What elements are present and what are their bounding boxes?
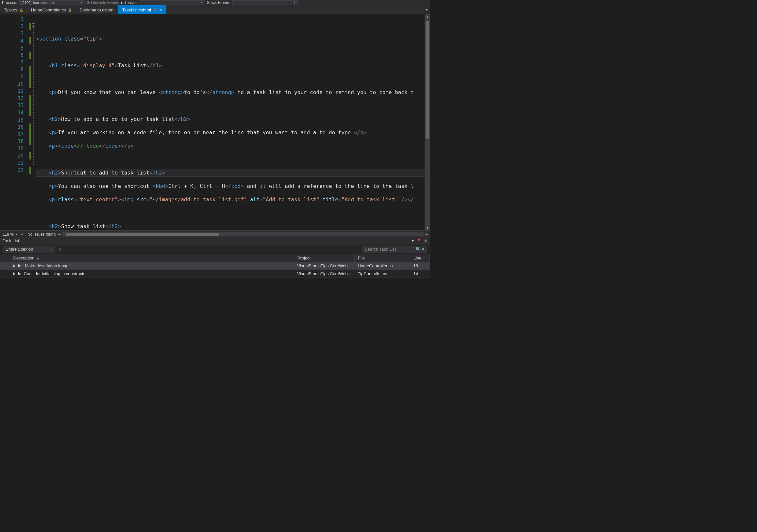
lock-icon: 🔒 (68, 8, 72, 12)
close-icon[interactable]: ✕ (159, 8, 163, 13)
scope-combo[interactable]: Entire Solution ▾ (3, 246, 55, 253)
chevron-down-icon: ▾ (201, 1, 203, 4)
tab-label: TaskList.cshtml (122, 8, 151, 13)
chevron-down-icon: ▾ (16, 233, 17, 236)
process-combo[interactable]: [9100] iisexpress.exe ▾ (19, 0, 85, 5)
tab-label: Bookmarks.cshtml (80, 8, 114, 13)
tab-bookmarks-cshtml[interactable]: Bookmarks.cshtml (76, 5, 118, 14)
search-icon[interactable]: 🔍 ▾ (413, 247, 424, 251)
scrollbar-thumb[interactable] (426, 21, 429, 138)
lifecycle-label: ⟳ Lifecycle Events (87, 0, 119, 5)
chevron-down-icon: ▾ (50, 248, 52, 251)
tab-label: Tips.cs (4, 8, 17, 13)
issues-text: No issues found (27, 232, 56, 237)
process-label: Process: (2, 0, 17, 5)
horizontal-scrollbar[interactable]: ◀ ▶ (62, 232, 424, 237)
cell-file: TipController.cs (355, 270, 410, 278)
col-icon[interactable] (0, 254, 10, 262)
debug-toolbar: Process: [9100] iisexpress.exe ▾ ⟳ Lifec… (0, 0, 430, 5)
chevron-down-icon[interactable]: ▾ (426, 8, 428, 12)
code-editor[interactable]: 12345 678910 1112131415 1617181920 2122 … (0, 15, 430, 231)
fold-column: - (31, 15, 36, 230)
filter-icon[interactable]: ⚲ (58, 247, 61, 252)
table-row[interactable]: todo : Make description longer VisualStu… (0, 262, 430, 270)
col-description[interactable]: Description△ (10, 254, 294, 262)
check-icon: ✔ (20, 232, 24, 237)
cell-file: HomeController.cs (355, 262, 410, 270)
cell-line: 18 (410, 262, 430, 270)
chevron-down-icon: ▾ (294, 1, 295, 4)
tab-tips-cs[interactable]: Tips.cs 🔒 (0, 5, 27, 14)
editor-status-bar: 118 % ▾ ✔ No issues found ◀ ▶ (0, 231, 430, 237)
cell-project: VisualStudioTips.CoreWeb... (294, 270, 354, 278)
scrollbar-thumb[interactable] (66, 233, 219, 236)
thread-combo[interactable]: ▾ (139, 0, 205, 5)
zoom-combo[interactable]: 118 % ▾ (3, 232, 17, 237)
col-project[interactable]: Project (294, 254, 354, 262)
line-number-gutter: 12345 678910 1112131415 1617181920 2122 (0, 15, 29, 230)
task-list-panel: Task List ▾ 📍 ✕ Entire Solution ▾ ⚲ Sear… (0, 237, 430, 278)
cell-desc: todo : Make description longer (10, 262, 294, 270)
thread-label: ▸ Thread: (121, 0, 137, 5)
scroll-up-icon[interactable]: ▲ (426, 15, 429, 19)
cell-desc: todo: Consider initialising in construct… (10, 270, 294, 278)
col-file[interactable]: File (355, 254, 410, 262)
chevron-down-icon: ▾ (81, 1, 82, 4)
sort-asc-icon: △ (37, 256, 39, 260)
close-icon[interactable]: ✕ (424, 239, 427, 243)
scope-value: Entire Solution (6, 247, 33, 251)
col-line[interactable]: Line (410, 254, 430, 262)
panel-title-text: Task List (3, 238, 19, 243)
lock-icon: 🔒 (19, 8, 23, 12)
tab-homecontroller-cs[interactable]: HomeController.cs 🔒 (27, 5, 76, 14)
cell-project: VisualStudioTips.CoreWeb... (294, 262, 354, 270)
code-content[interactable]: <section class="tip"> <h1 class="display… (36, 15, 425, 230)
tab-label: HomeController.cs (31, 8, 66, 13)
search-input[interactable]: Search Task List 🔍 ▾ (362, 246, 427, 253)
scroll-left-icon[interactable]: ◀ (58, 232, 60, 236)
task-list-table: Description△ Project File Line todo : Ma… (0, 254, 430, 278)
scroll-down-icon[interactable]: ▼ (426, 226, 429, 230)
task-list-toolbar: Entire Solution ▾ ⚲ Search Task List 🔍 ▾ (0, 245, 430, 254)
vertical-scrollbar[interactable]: ▲ ▼ (425, 15, 430, 230)
zoom-value: 118 % (3, 232, 14, 237)
pin-icon[interactable]: 📌 (153, 8, 157, 12)
panel-titlebar: Task List ▾ 📍 ✕ (0, 237, 430, 245)
stackframe-label: Stack Frame: (207, 0, 230, 5)
window-position-icon[interactable]: ▾ (412, 239, 414, 243)
cell-line: 14 (410, 270, 430, 278)
table-header-row: Description△ Project File Line (0, 254, 430, 262)
process-value: [9100] iisexpress.exe (21, 1, 55, 5)
stackframe-combo[interactable]: ▾ (232, 0, 298, 5)
table-row[interactable]: todo: Consider initialising in construct… (0, 270, 430, 278)
pin-icon[interactable]: 📍 (416, 239, 421, 243)
search-placeholder: Search Task List (365, 247, 396, 251)
scroll-right-icon[interactable]: ▶ (426, 232, 428, 236)
document-tabs: Tips.cs 🔒 HomeController.cs 🔒 Bookmarks.… (0, 5, 430, 15)
tab-tasklist-cshtml[interactable]: TaskList.cshtml 📌 ✕ (118, 5, 167, 14)
